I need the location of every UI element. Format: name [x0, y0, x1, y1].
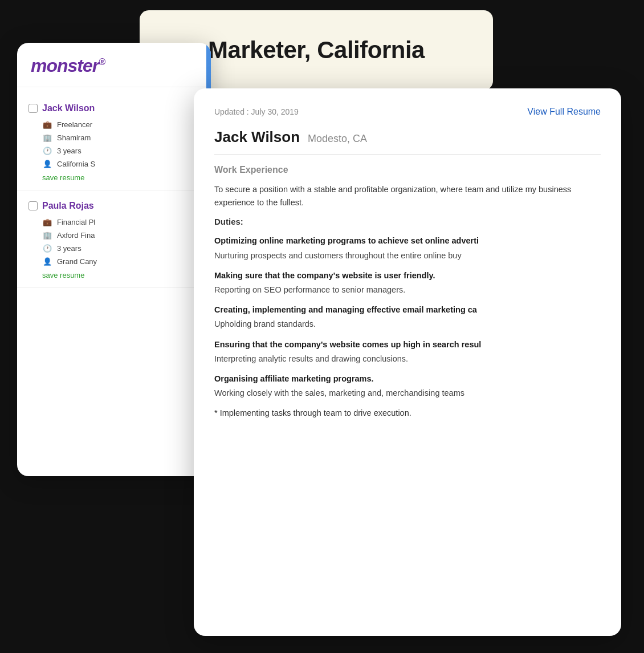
- detail-location-paula: 👤 Grand Cany: [42, 256, 199, 266]
- save-resume-jack[interactable]: save resume: [42, 173, 199, 182]
- resume-candidate-location: Modesto, CA: [308, 133, 367, 145]
- duty-sub-1: Reporting on SEO performance to senior m…: [214, 283, 601, 297]
- detail-experience-jack: 🕐 3 years: [42, 145, 199, 156]
- briefcase-icon-2: 💼: [42, 217, 52, 227]
- duty-item-3: Ensuring that the company's website come…: [214, 338, 601, 366]
- resume-body: To secure a position with a stable and p…: [214, 183, 601, 420]
- duty-heading-1: Making sure that the company's website i…: [214, 269, 601, 282]
- clock-icon-2: 🕐: [42, 243, 52, 253]
- save-resume-paula[interactable]: save resume: [42, 271, 199, 279]
- detail-location-jack: 👤 California S: [42, 159, 199, 169]
- experience-text-jack: 3 years: [57, 147, 81, 155]
- duty-item-1: Making sure that the company's website i…: [214, 269, 601, 297]
- candidate-details-paula: 💼 Financial Pl 🏢 Axford Fina 🕐 3 years 👤…: [42, 217, 199, 266]
- duty-sub-4: Working closely with the sales, marketin…: [214, 387, 601, 400]
- monster-header: monster®: [17, 43, 211, 87]
- duty-heading-4: Organising affiliate marketing programs.: [214, 372, 601, 386]
- location-text-jack: California S: [57, 160, 95, 168]
- candidate-item-jack[interactable]: Jack Wilson 💼 Freelancer 🏢 Shamiram 🕐 3 …: [17, 93, 211, 190]
- building-icon: 🏢: [42, 132, 52, 143]
- candidate-list: Jack Wilson 💼 Freelancer 🏢 Shamiram 🕐 3 …: [17, 87, 211, 294]
- company-text-paula: Axford Fina: [57, 231, 95, 240]
- candidate-name-row: Jack Wilson: [28, 103, 199, 113]
- resume-name-row: Jack Wilson Modesto, CA: [214, 128, 601, 146]
- detail-company-jack: 🏢 Shamiram: [42, 132, 199, 143]
- detail-company-paula: 🏢 Axford Fina: [42, 230, 199, 240]
- role-text-jack: Freelancer: [57, 120, 92, 129]
- search-title: Marketer, California: [208, 36, 425, 64]
- detail-experience-paula: 🕐 3 years: [42, 243, 199, 253]
- candidate-item-paula[interactable]: Paula Rojas 💼 Financial Pl 🏢 Axford Fina…: [17, 190, 211, 288]
- candidate-checkbox-jack[interactable]: [28, 104, 38, 113]
- resume-card: Updated : July 30, 2019 View Full Resume…: [194, 88, 621, 636]
- duty-sub-2: Upholding brand standards.: [214, 318, 601, 331]
- duty-heading-2: Creating, implementing and managing effe…: [214, 303, 601, 317]
- duty-item-4: Organising affiliate marketing programs.…: [214, 372, 601, 400]
- resume-meta-row: Updated : July 30, 2019 View Full Resume: [214, 107, 601, 117]
- candidate-name-paula[interactable]: Paula Rojas: [42, 201, 94, 211]
- candidate-checkbox-paula[interactable]: [28, 201, 38, 210]
- duty-sub-3: Interpreting analytic results and drawin…: [214, 352, 601, 366]
- candidate-name-row-paula: Paula Rojas: [28, 201, 199, 211]
- resume-intro: To secure a position with a stable and p…: [214, 183, 601, 209]
- monster-card: monster® Jack Wilson 💼 Freelancer 🏢 Sham…: [17, 43, 211, 476]
- updated-text: Updated : July 30, 2019: [214, 107, 299, 116]
- candidate-details-jack: 💼 Freelancer 🏢 Shamiram 🕐 3 years 👤 Cali…: [42, 119, 199, 169]
- duty-heading-0: Optimizing online marketing programs to …: [214, 234, 601, 248]
- clock-icon: 🕐: [42, 145, 52, 156]
- role-text-paula: Financial Pl: [57, 218, 95, 226]
- candidate-name-jack[interactable]: Jack Wilson: [42, 103, 95, 113]
- duty-item-2: Creating, implementing and managing effe…: [214, 303, 601, 331]
- person-icon: 👤: [42, 159, 52, 169]
- experience-text-paula: 3 years: [57, 244, 81, 253]
- duties-label: Duties:: [214, 215, 601, 229]
- location-text-paula: Grand Cany: [57, 257, 97, 266]
- duty-item-0: Optimizing online marketing programs to …: [214, 234, 601, 262]
- building-icon-2: 🏢: [42, 230, 52, 240]
- name-divider: [214, 154, 601, 155]
- resume-footer-note: * Implementing tasks through team to dri…: [214, 407, 601, 420]
- duty-sub-0: Nurturing prospects and customers throug…: [214, 249, 601, 262]
- duty-heading-3: Ensuring that the company's website come…: [214, 338, 601, 351]
- work-experience-section-title: Work Experience: [214, 165, 601, 175]
- resume-candidate-name: Jack Wilson: [214, 128, 300, 146]
- detail-role-paula: 💼 Financial Pl: [42, 217, 199, 227]
- person-icon-2: 👤: [42, 256, 52, 266]
- detail-role-jack: 💼 Freelancer: [42, 119, 199, 129]
- briefcase-icon: 💼: [42, 119, 52, 129]
- view-full-resume-button[interactable]: View Full Resume: [527, 107, 601, 117]
- monster-logo: monster®: [31, 55, 197, 76]
- company-text-jack: Shamiram: [57, 133, 91, 142]
